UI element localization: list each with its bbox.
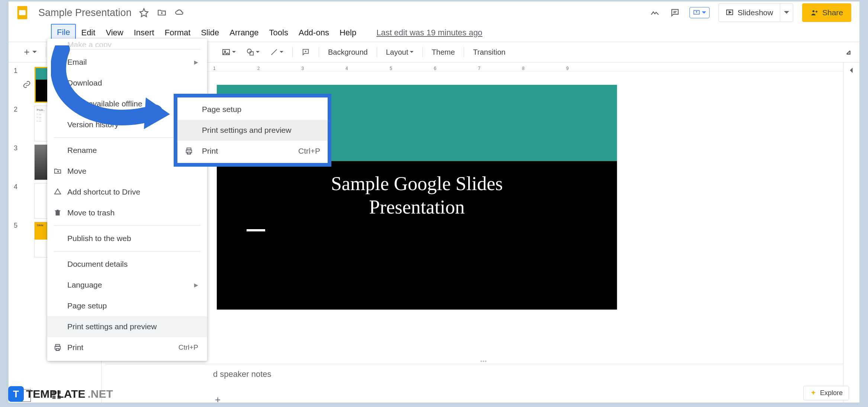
drive-shortcut-icon — [53, 188, 62, 196]
comments-icon[interactable] — [669, 7, 681, 18]
menu-arrange[interactable]: Arrange — [224, 25, 264, 41]
divider — [292, 47, 293, 57]
ruler-tick: 3 — [301, 66, 304, 71]
slides-logo-icon[interactable] — [13, 3, 32, 22]
sidebar-collapse-icon[interactable] — [843, 63, 859, 78]
document-title[interactable]: Sample Presentation — [38, 7, 132, 19]
slide-number: 5 — [14, 222, 19, 257]
menu-item-trash[interactable]: Move to trash — [47, 202, 207, 223]
ruler-tick: 7 — [478, 66, 480, 71]
theme-button[interactable]: Theme — [428, 46, 459, 59]
menu-slide[interactable]: Slide — [196, 25, 224, 41]
present-to-meeting-button[interactable] — [689, 7, 710, 18]
menu-help[interactable]: Help — [334, 25, 361, 41]
cloud-status-icon[interactable] — [174, 7, 185, 18]
add-slide-bottom-icon[interactable]: + — [215, 394, 221, 406]
title-bar: Sample Presentation Slideshow Sh — [9, 1, 859, 24]
speaker-notes[interactable]: d speaker notes — [105, 364, 843, 388]
accent-line — [247, 229, 265, 231]
explore-label: Explore — [820, 389, 843, 397]
insert-line-button[interactable] — [266, 46, 287, 58]
toolbar-collapse-button[interactable] — [842, 47, 856, 58]
app-window: Sample Presentation Slideshow Sh — [8, 1, 860, 403]
ruler-tick: 6 — [434, 66, 436, 71]
notes-resize-handle[interactable] — [474, 360, 493, 363]
slide-number: 3 — [14, 144, 19, 180]
badge-brand: TEMPLATE — [26, 388, 85, 400]
menu-item-publish[interactable]: Publish to the web — [47, 228, 207, 249]
new-slide-button[interactable] — [19, 46, 41, 58]
menu-item-document-details[interactable]: Document details — [47, 254, 207, 275]
last-edit-link[interactable]: Last edit was 19 minutes ago — [376, 28, 482, 38]
menu-separator — [54, 225, 200, 226]
notes-text-fragment: d — [213, 369, 220, 379]
slide-title[interactable]: Sample Google Slides Presentation — [331, 172, 503, 219]
divider — [422, 47, 423, 57]
submenu-arrow-icon: ▶ — [194, 282, 198, 288]
label: Page setup — [202, 105, 241, 114]
label: Rename — [67, 146, 97, 155]
trash-icon — [53, 208, 62, 217]
submenu-print[interactable]: Print Ctrl+P — [177, 141, 328, 161]
print-icon — [185, 147, 193, 155]
menu-view[interactable]: View — [100, 25, 128, 41]
label: Print settings and preview — [202, 126, 291, 135]
menu-item-add-shortcut[interactable]: Add shortcut to Drive — [47, 182, 207, 202]
share-button[interactable]: Share — [802, 3, 851, 22]
ruler-tick: 5 — [390, 66, 392, 71]
activity-icon[interactable] — [649, 7, 660, 18]
menu-item-make-a-copy[interactable]: Make a copy — [47, 40, 207, 47]
label: Publish to the web — [67, 234, 131, 243]
divider — [464, 47, 464, 57]
label: Print — [202, 147, 218, 156]
transition-button[interactable]: Transition — [469, 46, 509, 59]
svg-rect-1 — [19, 10, 26, 15]
menu-item-print[interactable]: Print Ctrl+P — [47, 337, 207, 358]
print-submenu-callout: Page setup Print settings and preview Pr… — [174, 94, 331, 167]
shortcut: Ctrl+P — [179, 343, 198, 352]
print-icon — [53, 343, 62, 352]
move-folder-icon[interactable] — [156, 7, 167, 18]
divider — [319, 47, 319, 57]
submenu-arrow-icon: ▶ — [194, 59, 198, 65]
ruler-tick: 9 — [566, 66, 569, 71]
menu-tools[interactable]: Tools — [264, 25, 293, 41]
menu-item-page-setup[interactable]: Page setup — [47, 295, 207, 316]
menu-edit[interactable]: Edit — [76, 25, 100, 41]
insert-shape-button[interactable] — [242, 46, 263, 58]
label: Move — [67, 167, 86, 176]
svg-point-7 — [247, 49, 251, 53]
menu-addons[interactable]: Add-ons — [293, 25, 334, 41]
share-label: Share — [822, 8, 843, 17]
ruler-tick: 1 — [213, 66, 216, 71]
ruler-tick: 8 — [522, 66, 525, 71]
label: Move to trash — [67, 208, 115, 217]
ruler-tick: 2 — [257, 66, 260, 71]
menu-item-language[interactable]: Language▶ — [47, 275, 207, 295]
svg-rect-8 — [250, 52, 253, 55]
submenu-print-settings[interactable]: Print settings and preview — [177, 120, 328, 141]
template-net-badge: T TEMPLATE.NET — [8, 386, 113, 402]
insert-comment-button[interactable] — [298, 46, 314, 58]
menu-item-print-settings[interactable]: Print settings and preview — [47, 316, 207, 337]
slide-body: Sample Google Slides Presentation — [217, 161, 617, 310]
label: Add shortcut to Drive — [67, 188, 140, 196]
divider — [46, 47, 46, 57]
menu-insert[interactable]: Insert — [129, 25, 160, 41]
explore-button[interactable]: Explore — [803, 386, 849, 400]
layout-button[interactable]: Layout — [382, 46, 417, 59]
menu-format[interactable]: Format — [160, 25, 196, 41]
slideshow-label: Slideshow — [737, 8, 773, 17]
slideshow-dropdown[interactable] — [780, 4, 793, 22]
horizontal-ruler: 1 2 3 4 5 6 7 8 9 — [102, 63, 843, 71]
menu-separator — [54, 49, 200, 49]
star-icon[interactable] — [138, 7, 150, 18]
linked-slide-icon — [23, 80, 31, 89]
background-button[interactable]: Background — [324, 46, 372, 59]
submenu-page-setup[interactable]: Page setup — [177, 99, 328, 120]
slideshow-button[interactable]: Slideshow — [719, 8, 780, 17]
menu-item-email[interactable]: Email▶ — [47, 52, 207, 73]
menu-separator — [54, 251, 200, 251]
insert-image-button[interactable] — [218, 45, 239, 59]
menu-item-download[interactable]: Download — [47, 73, 207, 93]
